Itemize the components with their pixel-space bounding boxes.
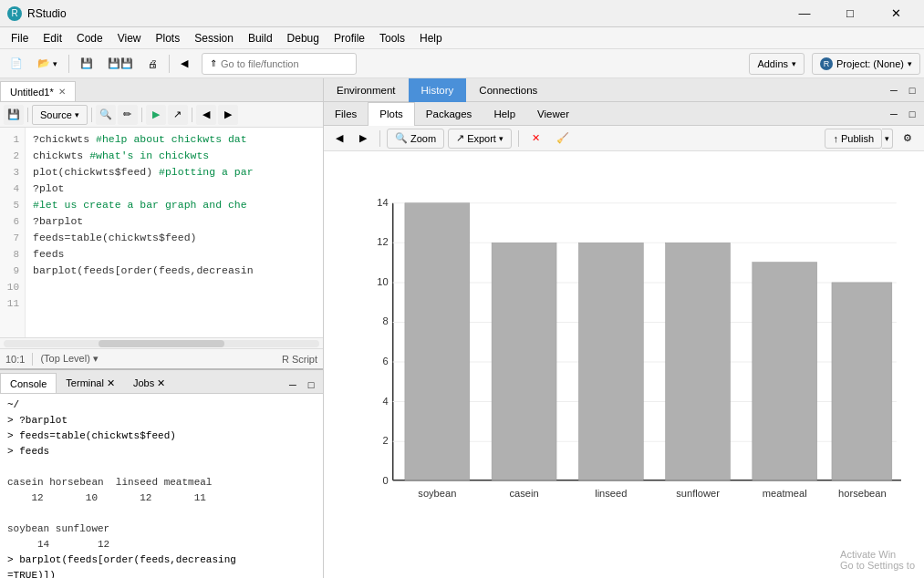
menu-debug[interactable]: Debug — [280, 27, 327, 49]
console-pane: Console Terminal ✕ Jobs ✕ ─ □ ~/ > ?barp… — [0, 368, 323, 578]
bar-casein — [492, 243, 556, 480]
tab-viewer[interactable]: Viewer — [526, 102, 580, 126]
print-button[interactable]: 🖨 — [141, 52, 164, 76]
plots-maximize-icon[interactable]: □ — [904, 106, 920, 122]
bar-sunflower — [666, 243, 731, 480]
env-panel-controls: ─ □ — [886, 82, 924, 98]
source-run-button[interactable]: ↗ — [168, 105, 188, 125]
svg-text:14: 14 — [377, 197, 388, 208]
console-output-labels2: soybean sunflower — [7, 521, 316, 537]
editor-tab-close-icon[interactable]: ✕ — [58, 87, 66, 97]
close-button[interactable]: ✕ — [875, 0, 917, 27]
console-output-labels: casein horsebean linseed meatmeal — [7, 475, 316, 490]
maximize-button[interactable]: □ — [829, 0, 871, 27]
console-tabs: Console Terminal ✕ Jobs ✕ ─ □ — [0, 370, 323, 394]
console-tab-console[interactable]: Console — [0, 373, 57, 393]
format-button[interactable]: ✏ — [118, 105, 138, 125]
svg-text:12: 12 — [377, 236, 388, 247]
plots-settings-button[interactable]: ⚙ — [897, 129, 919, 149]
console-maximize-icon[interactable]: □ — [303, 377, 319, 393]
code-line-4: ?plot — [33, 181, 254, 197]
addins-button[interactable]: Addins ▾ — [749, 53, 805, 75]
back-button[interactable]: ◀ — [174, 52, 194, 76]
console-line-blank2 — [7, 506, 316, 521]
tab-help[interactable]: Help — [483, 102, 526, 126]
plots-panel-controls: ─ □ — [886, 106, 924, 122]
code-content: 12345 67891011 ?chickwts #help about chi… — [0, 128, 323, 337]
run-button[interactable]: ▶ — [146, 105, 166, 125]
bar-chart: 0 2 4 6 8 10 12 14 — [342, 160, 906, 560]
env-minimize-icon[interactable]: ─ — [886, 82, 902, 98]
plots-toolbar: ◀ ▶ 🔍 Zoom ↗ Export ▾ ✕ 🧹 ↑ — [324, 126, 924, 151]
menu-code[interactable]: Code — [69, 27, 110, 49]
plots-back-button[interactable]: ◀ — [329, 129, 349, 149]
scrollbar-track — [4, 340, 319, 347]
console-minimize-icon[interactable]: ─ — [285, 377, 301, 393]
app-title: RStudio — [27, 7, 784, 20]
window-controls: — □ ✕ — [784, 0, 917, 27]
go-to-file-input[interactable] — [221, 58, 348, 69]
code-line-2: chickwts #what's in chickwts — [33, 148, 254, 164]
code-line-9: barplot(feeds[order(feeds,decreasin — [33, 263, 254, 279]
env-tabs: Environment History Connections ─ □ — [324, 78, 924, 102]
prev-button[interactable]: ◀ — [196, 105, 216, 125]
console-tab-terminal[interactable]: Terminal ✕ — [57, 373, 124, 393]
source-button[interactable]: Source ▾ — [32, 105, 88, 125]
next-button[interactable]: ▶ — [218, 105, 238, 125]
publish-button[interactable]: ↑ Publish — [825, 129, 882, 149]
svg-text:meatmeal: meatmeal — [763, 488, 807, 499]
tab-connections[interactable]: Connections — [466, 78, 550, 102]
tab-history[interactable]: History — [409, 78, 467, 102]
svg-text:2: 2 — [382, 435, 388, 446]
tab-environment[interactable]: Environment — [324, 78, 409, 102]
project-indicator: R Project: (None) ▾ — [812, 53, 920, 75]
plots-broom-button[interactable]: 🧹 — [550, 129, 576, 149]
left-pane: Untitled1* ✕ 💾 Source ▾ 🔍 ✏ ▶ ↗ ◀ ▶ — [0, 78, 324, 578]
menu-view[interactable]: View — [110, 27, 149, 49]
toolbar-separator — [68, 55, 69, 73]
code-line-11 — [33, 295, 254, 312]
tab-files[interactable]: Files — [324, 102, 368, 126]
menu-profile[interactable]: Profile — [327, 27, 372, 49]
cursor-position: 10:1 — [5, 354, 25, 365]
menu-file[interactable]: File — [4, 27, 36, 49]
tab-plots[interactable]: Plots — [368, 102, 415, 126]
console-tab-jobs[interactable]: Jobs ✕ — [124, 373, 174, 393]
tab-packages[interactable]: Packages — [415, 102, 483, 126]
file-type: R Script — [282, 354, 317, 365]
watermark: Activate Win Go to Settings to — [840, 549, 915, 571]
open-file-button[interactable]: 📂 ▾ — [31, 52, 64, 76]
menu-plots[interactable]: Plots — [149, 27, 188, 49]
env-maximize-icon[interactable]: □ — [904, 82, 920, 98]
publish-dropdown-icon[interactable]: ▾ — [882, 129, 893, 149]
main-layout: Untitled1* ✕ 💾 Source ▾ 🔍 ✏ ▶ ↗ ◀ ▶ — [0, 78, 924, 578]
save-button[interactable]: 💾 — [74, 52, 99, 76]
export-icon: ↗ — [456, 132, 464, 144]
svg-text:casein: casein — [509, 488, 538, 499]
menu-build[interactable]: Build — [241, 27, 280, 49]
find-button[interactable]: 🔍 — [96, 105, 116, 125]
menu-tools[interactable]: Tools — [372, 27, 412, 49]
code-scrollbar[interactable] — [0, 337, 323, 348]
minimize-button[interactable]: — — [784, 0, 825, 27]
menu-session[interactable]: Session — [187, 27, 241, 49]
menu-edit[interactable]: Edit — [36, 27, 69, 49]
save-all-button[interactable]: 💾💾 — [101, 52, 140, 76]
console-line-blank1 — [7, 459, 316, 475]
svg-text:4: 4 — [382, 396, 388, 407]
new-file-button[interactable]: 📄 — [4, 52, 29, 76]
bar-horsebean — [832, 283, 892, 480]
menu-bar: File Edit Code View Plots Session Build … — [0, 27, 924, 49]
console-content: ~/ > ?barplot > feeds=table(chickwts$fee… — [0, 394, 323, 578]
plots-delete-button[interactable]: ✕ — [525, 129, 546, 149]
editor-toolbar: 💾 Source ▾ 🔍 ✏ ▶ ↗ ◀ ▶ — [0, 102, 323, 128]
menu-help[interactable]: Help — [412, 27, 450, 49]
editor-tab-untitled1[interactable]: Untitled1* ✕ — [0, 81, 76, 101]
export-button[interactable]: ↗ Export ▾ — [448, 129, 512, 149]
plots-minimize-icon[interactable]: ─ — [886, 106, 902, 122]
editor-save-icon[interactable]: 💾 — [4, 105, 24, 125]
code-lines[interactable]: ?chickwts #help about chickwts dat chick… — [26, 128, 261, 337]
zoom-button[interactable]: 🔍 Zoom — [387, 129, 444, 149]
plots-forward-button[interactable]: ▶ — [353, 129, 373, 149]
project-chevron-icon: ▾ — [908, 59, 912, 68]
